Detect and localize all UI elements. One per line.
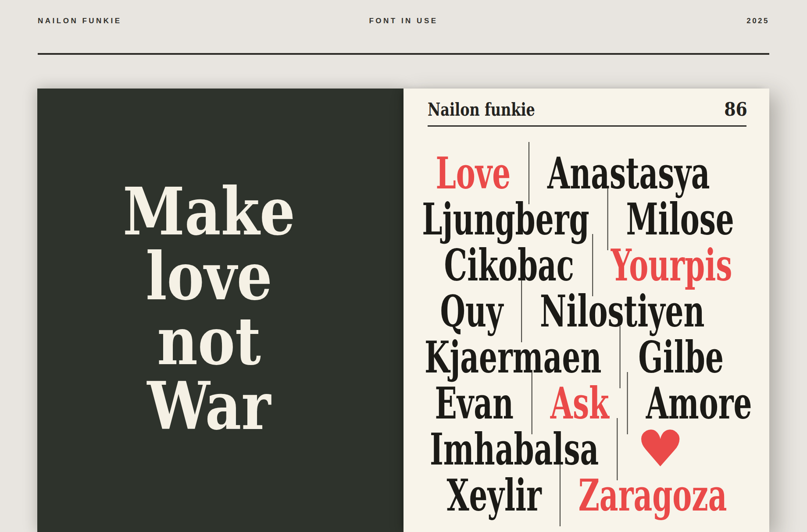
specimen-row: LjungbergMilose (457, 196, 699, 242)
specimen-word: Zaragoza (578, 473, 727, 517)
specimen-word: Cikobac (444, 243, 574, 287)
separator-bar (627, 372, 628, 434)
specimen-word: Quy (440, 289, 503, 333)
specimen-row: Imhabalsa♥ (437, 426, 678, 472)
specimen-word: Evan (435, 381, 514, 425)
top-header: NAILON FUNKIE FONT IN USE 2025 (38, 17, 769, 25)
poster-line: Make (54, 179, 365, 244)
poster-panel: MakelovenotWar (37, 89, 404, 532)
specimen-word: Yourpis (611, 243, 732, 287)
specimen-row: LoveAnastasya (452, 150, 693, 196)
specimen-word: Kjaermaen (425, 335, 601, 379)
font-in-use-label: FONT IN USE (369, 17, 438, 25)
specimen-word: Amore (646, 381, 752, 425)
specimen-row: XeylirZaragoza (466, 472, 707, 518)
poster-line: War (54, 373, 365, 438)
specimen-word-rows: LoveAnastasyaLjungbergMiloseCikobacYourp… (404, 150, 769, 518)
specimen-row: QuyNilostiyen (452, 288, 693, 334)
separator-bar (619, 326, 620, 388)
card-title: Nailon funkie (428, 99, 535, 120)
separator-bar (607, 188, 608, 250)
specimen-word: Milose (626, 197, 734, 241)
specimen-word: Imhabalsa (430, 427, 599, 471)
poster-line: love (54, 244, 365, 309)
header-rule (38, 53, 769, 55)
card-header-rule (428, 125, 746, 127)
brand-label: NAILON FUNKIE (38, 17, 369, 25)
specimen-card: Nailon funkie 86 LoveAnastasyaLjungbergM… (404, 89, 769, 532)
specimen-word: Gilbe (638, 335, 724, 379)
poster-text: MakelovenotWar (26, 179, 392, 438)
specimen-word: Love (436, 151, 511, 195)
specimen-row: KjaermaenGilbe (453, 334, 695, 380)
font-specimen-page: NAILON FUNKIE FONT IN USE 2025 Makeloven… (0, 0, 807, 532)
specimen-word: Anastasya (547, 151, 710, 195)
specimen-row: CikobacYourpis (468, 242, 709, 288)
specimen-word: Nilostiyen (540, 289, 705, 333)
year-label: 2025 (438, 17, 769, 25)
separator-bar (560, 464, 561, 526)
heart-icon: ♥ (636, 426, 684, 472)
specimen-word: Ask (550, 381, 609, 425)
specimen-word: Ljungberg (422, 197, 589, 241)
card-page-number: 86 (724, 98, 747, 120)
card-header: Nailon funkie 86 (428, 98, 747, 120)
specimen-word: Xeylir (446, 473, 541, 517)
poster-line: not (54, 309, 365, 373)
